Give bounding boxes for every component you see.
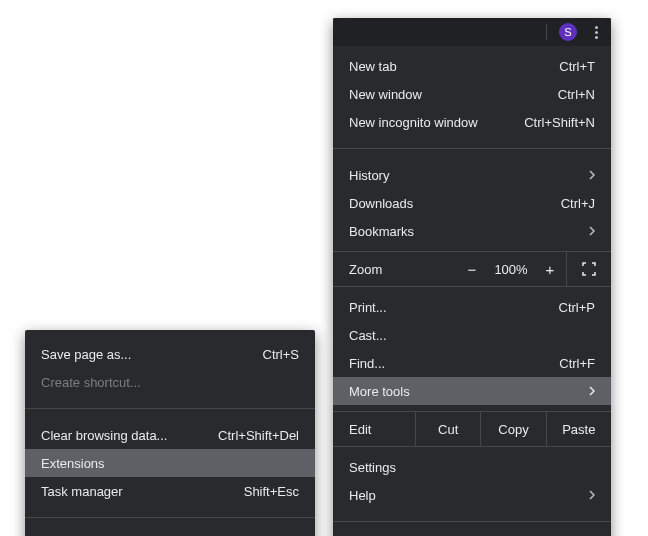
titlebar: S <box>333 18 611 46</box>
menu-new-incognito[interactable]: New incognito window Ctrl+Shift+N <box>333 108 611 136</box>
avatar-letter: S <box>564 26 571 38</box>
fullscreen-icon[interactable] <box>566 252 611 286</box>
menu-help[interactable]: Help <box>333 481 611 509</box>
zoom-value: 100% <box>488 262 534 277</box>
menu-label: Downloads <box>349 196 551 211</box>
menu-label: New window <box>349 87 548 102</box>
titlebar-separator <box>546 24 547 40</box>
menu-shortcut: Shift+Esc <box>244 484 299 499</box>
submenu-task-manager[interactable]: Task manager Shift+Esc <box>25 477 315 505</box>
menu-shortcut: Ctrl+T <box>559 59 595 74</box>
profile-avatar[interactable]: S <box>559 23 577 41</box>
menu-shortcut: Ctrl+S <box>263 347 299 362</box>
menu-label: Task manager <box>41 484 234 499</box>
zoom-in-button[interactable]: + <box>534 261 566 278</box>
menu-more-tools[interactable]: More tools <box>333 377 611 405</box>
menu-shortcut: Ctrl+P <box>559 300 595 315</box>
menu-settings[interactable]: Settings <box>333 453 611 481</box>
menu-label: Clear browsing data... <box>41 428 208 443</box>
menu-new-tab[interactable]: New tab Ctrl+T <box>333 52 611 80</box>
edit-row: Edit Cut Copy Paste <box>333 411 611 447</box>
submenu-create-shortcut: Create shortcut... <box>25 368 315 396</box>
menu-find[interactable]: Find... Ctrl+F <box>333 349 611 377</box>
submenu-developer-tools[interactable]: Developer tools Ctrl+Shift+I <box>25 530 315 536</box>
chevron-right-icon <box>589 490 595 500</box>
menu-label: Extensions <box>41 456 299 471</box>
menu-cast[interactable]: Cast... <box>333 321 611 349</box>
zoom-out-button[interactable]: − <box>456 261 488 278</box>
submenu-extensions[interactable]: Extensions <box>25 449 315 477</box>
chrome-main-menu: S New tab Ctrl+T New window Ctrl+N New i… <box>333 18 611 536</box>
menu-label: Create shortcut... <box>41 375 299 390</box>
menu-shortcut: Ctrl+F <box>559 356 595 371</box>
menu-label: New tab <box>349 59 549 74</box>
menu-label: Cast... <box>349 328 595 343</box>
zoom-label: Zoom <box>333 262 425 277</box>
menu-downloads[interactable]: Downloads Ctrl+J <box>333 189 611 217</box>
copy-button[interactable]: Copy <box>480 412 545 446</box>
menu-label: More tools <box>349 384 581 399</box>
kebab-menu-icon[interactable] <box>589 23 603 41</box>
chevron-right-icon <box>589 170 595 180</box>
separator <box>333 148 611 149</box>
menu-history[interactable]: History <box>333 161 611 189</box>
menu-label: Find... <box>349 356 549 371</box>
paste-button[interactable]: Paste <box>546 412 611 446</box>
menu-shortcut: Ctrl+N <box>558 87 595 102</box>
separator <box>25 517 315 518</box>
cut-button[interactable]: Cut <box>415 412 480 446</box>
chevron-right-icon <box>589 386 595 396</box>
separator <box>333 521 611 522</box>
menu-new-window[interactable]: New window Ctrl+N <box>333 80 611 108</box>
chevron-right-icon <box>589 226 595 236</box>
menu-label: Help <box>349 488 581 503</box>
menu-label: Settings <box>349 460 595 475</box>
menu-label: Save page as... <box>41 347 253 362</box>
menu-shortcut: Ctrl+Shift+Del <box>218 428 299 443</box>
submenu-clear-browsing-data[interactable]: Clear browsing data... Ctrl+Shift+Del <box>25 421 315 449</box>
menu-label: Bookmarks <box>349 224 581 239</box>
zoom-row: Zoom − 100% + <box>333 251 611 287</box>
menu-label: New incognito window <box>349 115 514 130</box>
menu-shortcut: Ctrl+J <box>561 196 595 211</box>
submenu-save-page[interactable]: Save page as... Ctrl+S <box>25 340 315 368</box>
separator <box>25 408 315 409</box>
menu-label: Print... <box>349 300 549 315</box>
menu-label: History <box>349 168 581 183</box>
menu-shortcut: Ctrl+Shift+N <box>524 115 595 130</box>
menu-print[interactable]: Print... Ctrl+P <box>333 293 611 321</box>
menu-bookmarks[interactable]: Bookmarks <box>333 217 611 245</box>
edit-label: Edit <box>333 422 415 437</box>
more-tools-submenu: Save page as... Ctrl+S Create shortcut..… <box>25 330 315 536</box>
